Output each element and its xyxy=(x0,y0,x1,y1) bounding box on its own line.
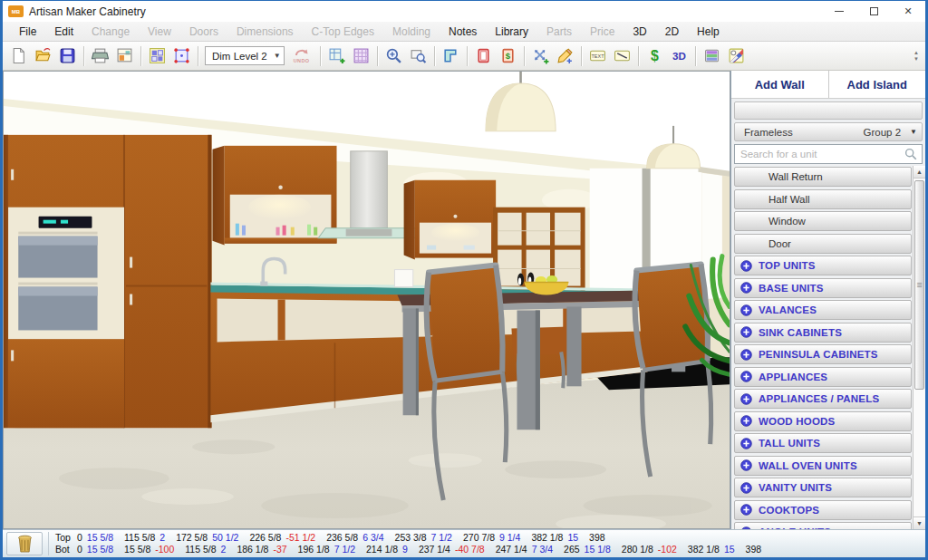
sidebar: Add Wall Add Island Frameless Group 2 ▼ … xyxy=(730,71,925,529)
unit-item-half-wall[interactable]: Half Wall xyxy=(734,189,912,209)
unit-item-window[interactable]: Window xyxy=(734,211,912,231)
menu-change: Change xyxy=(82,25,139,38)
measurement-group: 236 5/86 3/4 xyxy=(326,532,383,544)
maximize-button[interactable] xyxy=(856,1,891,22)
room-view-icon[interactable] xyxy=(112,44,137,68)
plus-circle-icon xyxy=(740,371,752,382)
print-icon[interactable] xyxy=(88,44,112,68)
trash-button[interactable] xyxy=(6,532,43,555)
dollar-icon[interactable]: $ xyxy=(643,44,667,68)
category-cooktops[interactable]: COOKTOPS xyxy=(734,500,912,520)
measurement-group: 270 7/89 1/4 xyxy=(463,532,520,544)
cabinet-grid-icon[interactable] xyxy=(145,44,169,68)
measurement-value: 115 5/8 xyxy=(124,532,155,543)
category-peninsula-cabinets[interactable]: PENINSULA CABINETS xyxy=(734,344,912,364)
trash-icon xyxy=(17,535,33,554)
pattern-icon[interactable] xyxy=(349,44,373,68)
toolbar-separator xyxy=(581,46,582,66)
category-wood-hoods[interactable]: WOOD HOODS xyxy=(734,411,912,431)
pencil-icon[interactable] xyxy=(553,44,577,68)
zoom-in-icon[interactable] xyxy=(382,44,406,68)
scrollbar-thumb[interactable]: ☰ xyxy=(914,180,924,390)
menu-help[interactable]: Help xyxy=(688,25,729,38)
category-label: SINK CABINETS xyxy=(759,327,842,338)
unit-item-door[interactable]: Door xyxy=(734,234,912,254)
open-folder-icon[interactable] xyxy=(31,44,55,68)
category-label: VANITY UNITS xyxy=(759,482,832,493)
unit-list-scrollbar: ▲ ☰ ▼ xyxy=(913,166,925,529)
menu-library[interactable]: Library xyxy=(486,25,537,38)
point-grid-icon[interactable] xyxy=(169,44,194,68)
category-sink-cabinets[interactable]: SINK CABINETS xyxy=(734,323,912,343)
toolbar-separator xyxy=(83,46,84,66)
measurement-value: -100 xyxy=(155,544,174,555)
zoom-window-icon[interactable] xyxy=(406,44,430,68)
menu-3d[interactable]: 3D xyxy=(624,25,655,38)
measurement-value: 226 5/8 xyxy=(249,532,281,543)
measurement-group: 196 1/87 1/2 xyxy=(298,544,355,555)
measurement-group: 015 5/8 xyxy=(77,544,113,555)
measurement-group: 237 1/4-40 7/8 xyxy=(419,544,485,555)
threed-icon[interactable]: 3D xyxy=(667,44,691,68)
category-vanity-units[interactable]: VANITY UNITS xyxy=(734,478,912,497)
save-icon[interactable] xyxy=(55,44,80,68)
menu-2d[interactable]: 2D xyxy=(656,25,688,38)
move-icon[interactable] xyxy=(528,44,553,68)
category-appliances[interactable]: APPLIANCES xyxy=(734,367,912,387)
chevron-down-icon: ▼ xyxy=(274,52,281,60)
add-wall-button[interactable]: Add Wall xyxy=(731,71,829,98)
wall-corner-icon[interactable] xyxy=(439,44,463,68)
kitchen-3d-viewport[interactable] xyxy=(3,71,730,529)
menu-file[interactable]: File xyxy=(10,25,45,38)
close-button[interactable]: ✕ xyxy=(891,1,925,22)
menu-edit[interactable]: Edit xyxy=(45,25,82,38)
layers-icon[interactable] xyxy=(700,44,724,68)
measurement-group: 382 1/815 xyxy=(688,544,735,555)
plan-add-icon[interactable] xyxy=(324,44,349,68)
door-price-icon[interactable]: $ xyxy=(496,44,520,68)
category-tall-units[interactable]: TALL UNITS xyxy=(734,433,912,453)
door-icon[interactable] xyxy=(471,44,496,68)
measurement-value: 186 1/8 xyxy=(237,544,268,555)
category-label: TALL UNITS xyxy=(759,438,820,449)
measurement-value: 2 xyxy=(221,544,227,555)
unit-search-input[interactable] xyxy=(735,149,904,159)
dim-level-select[interactable]: Dim Level 2 ▼ xyxy=(205,46,285,65)
text-tool-icon[interactable]: TEXT xyxy=(585,44,610,68)
category-angle-units[interactable]: ANGLE UNITS xyxy=(734,522,912,529)
category-valances[interactable]: VALANCES xyxy=(734,300,912,320)
add-island-button[interactable]: Add Island xyxy=(829,71,926,98)
scroll-up-icon[interactable]: ▲ xyxy=(914,166,925,179)
menu-bar: FileEditChangeViewDoorsDimensionsC-Top E… xyxy=(3,22,925,42)
new-document-icon[interactable] xyxy=(6,44,31,68)
palette-icon[interactable] xyxy=(724,44,749,68)
scroll-down-icon[interactable]: ▼ xyxy=(914,517,925,529)
svg-text:3D: 3D xyxy=(672,50,686,62)
menu-notes[interactable]: Notes xyxy=(440,25,486,38)
scrollbar-track[interactable]: ☰ xyxy=(914,179,925,517)
kitchen-3d-render xyxy=(4,72,730,528)
measurement-rows: Top015 5/8115 5/82172 5/850 1/2226 5/8-5… xyxy=(48,532,922,555)
measurement-value: 6 3/4 xyxy=(362,532,383,543)
diagonal-line-icon[interactable] xyxy=(610,44,634,68)
minimize-button[interactable] xyxy=(822,1,856,22)
style-group-select[interactable]: Frameless Group 2 ▼ xyxy=(734,122,923,141)
category-wall-oven-units[interactable]: WALL OVEN UNITS xyxy=(734,456,912,476)
toolbar-separator xyxy=(198,46,198,66)
toolbar-overflow-scroll[interactable]: ▲▼ xyxy=(911,50,922,62)
measurement-group: 15 5/8-100 xyxy=(124,544,174,555)
style-label: Frameless xyxy=(744,127,793,138)
measurement-group: 172 5/850 1/2 xyxy=(176,532,238,544)
measurement-group: 247 1/47 3/4 xyxy=(496,544,553,555)
category-appliances-panels[interactable]: APPLIANCES / PANELS xyxy=(734,389,912,409)
category-top-units[interactable]: TOP UNITS xyxy=(734,256,912,275)
category-base-units[interactable]: BASE UNITS xyxy=(734,278,912,298)
measurement-group: 115 5/82 xyxy=(124,532,165,544)
title-bar: MB Artisan Maker Cabinetry ✕ xyxy=(3,1,925,22)
measurement-value: 7 1/2 xyxy=(334,544,355,555)
toolbar: Dim Level 2 ▼ UNDO $TEXT$3D ▲▼ xyxy=(3,42,925,71)
plus-circle-icon xyxy=(740,326,752,338)
plus-circle-icon xyxy=(740,482,752,494)
undo-button[interactable]: UNDO xyxy=(287,43,316,68)
unit-item-wall-return[interactable]: Wall Return xyxy=(734,167,912,187)
